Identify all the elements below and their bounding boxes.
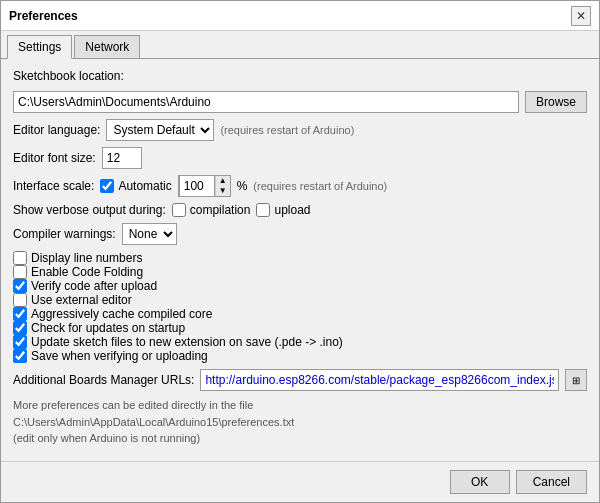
verbose-compilation-checkbox[interactable] (172, 203, 186, 217)
sketchbook-row: Browse (13, 91, 587, 113)
tab-settings[interactable]: Settings (7, 35, 72, 59)
checkbox-verify-upload: Verify code after upload (13, 279, 587, 293)
cb-update-extension[interactable] (13, 335, 27, 349)
checkboxes-section: Display line numbers Enable Code Folding… (13, 251, 587, 363)
verbose-compilation-row: compilation (172, 203, 251, 217)
checkbox-display-line-numbers: Display line numbers (13, 251, 587, 265)
title-bar: Preferences ✕ (1, 1, 599, 31)
verbose-upload-checkbox[interactable] (256, 203, 270, 217)
editor-language-label: Editor language: (13, 123, 100, 137)
info-line1: More preferences can be edited directly … (13, 397, 587, 414)
cb-cache-core[interactable] (13, 307, 27, 321)
editor-language-select[interactable]: System Default (106, 119, 214, 141)
auto-checkbox-row: Automatic (100, 179, 171, 193)
cancel-button[interactable]: Cancel (516, 470, 587, 494)
cb-save-verifying[interactable] (13, 349, 27, 363)
cb-code-folding[interactable] (13, 265, 27, 279)
cb-external-editor-label: Use external editor (31, 293, 132, 307)
sketchbook-input[interactable] (13, 91, 519, 113)
interface-scale-row: Interface scale: Automatic ▲ ▼ % (requir… (13, 175, 587, 197)
footer: OK Cancel (1, 461, 599, 502)
cb-update-extension-label: Update sketch files to new extension on … (31, 335, 343, 349)
ok-button[interactable]: OK (450, 470, 510, 494)
editor-language-row: Editor language: System Default (require… (13, 119, 587, 141)
cb-check-updates[interactable] (13, 321, 27, 335)
scale-unit: % (237, 179, 248, 193)
verbose-upload-row: upload (256, 203, 310, 217)
compiler-warnings-row: Compiler warnings: None (13, 223, 587, 245)
cb-check-updates-label: Check for updates on startup (31, 321, 185, 335)
settings-content: Sketchbook location: Browse Editor langu… (1, 59, 599, 461)
checkbox-update-extension: Update sketch files to new extension on … (13, 335, 587, 349)
boards-url-input[interactable] (200, 369, 559, 391)
scale-input[interactable] (179, 175, 215, 197)
editor-font-label: Editor font size: (13, 151, 96, 165)
boards-url-open-button[interactable]: ⊞ (565, 369, 587, 391)
interface-scale-label: Interface scale: (13, 179, 94, 193)
browse-button[interactable]: Browse (525, 91, 587, 113)
auto-label: Automatic (118, 179, 171, 193)
scale-up-arrow[interactable]: ▲ (216, 176, 230, 186)
close-button[interactable]: ✕ (571, 6, 591, 26)
scale-note: (requires restart of Arduino) (253, 180, 387, 192)
tab-network[interactable]: Network (74, 35, 140, 58)
scale-spinbox: ▲ ▼ (178, 175, 231, 197)
checkbox-save-verifying: Save when verifying or uploading (13, 349, 587, 363)
editor-language-note: (requires restart of Arduino) (220, 124, 354, 136)
cb-code-folding-label: Enable Code Folding (31, 265, 143, 279)
scale-arrows: ▲ ▼ (215, 176, 230, 196)
verbose-upload-label: upload (274, 203, 310, 217)
cb-external-editor[interactable] (13, 293, 27, 307)
cb-display-line-numbers-label: Display line numbers (31, 251, 142, 265)
verbose-label: Show verbose output during: (13, 203, 166, 217)
info-line3: (edit only when Arduino is not running) (13, 430, 587, 447)
editor-font-input[interactable] (102, 147, 142, 169)
cb-verify-upload-label: Verify code after upload (31, 279, 157, 293)
cb-save-verifying-label: Save when verifying or uploading (31, 349, 208, 363)
checkbox-code-folding: Enable Code Folding (13, 265, 587, 279)
compiler-warnings-label: Compiler warnings: (13, 227, 116, 241)
info-section: More preferences can be edited directly … (13, 397, 587, 447)
compiler-warnings-select[interactable]: None (122, 223, 177, 245)
cb-verify-upload[interactable] (13, 279, 27, 293)
cb-display-line-numbers[interactable] (13, 251, 27, 265)
info-line2: C:\Users\Admin\AppData\Local\Arduino15\p… (13, 414, 587, 431)
scale-down-arrow[interactable]: ▼ (216, 186, 230, 196)
verbose-row: Show verbose output during: compilation … (13, 203, 587, 217)
sketchbook-label: Sketchbook location: (13, 69, 587, 83)
checkbox-check-updates: Check for updates on startup (13, 321, 587, 335)
editor-font-row: Editor font size: (13, 147, 587, 169)
tabs-bar: Settings Network (1, 31, 599, 59)
checkbox-external-editor: Use external editor (13, 293, 587, 307)
preferences-dialog: Preferences ✕ Settings Network Sketchboo… (0, 0, 600, 503)
boards-url-label: Additional Boards Manager URLs: (13, 373, 194, 387)
verbose-compilation-label: compilation (190, 203, 251, 217)
dialog-title: Preferences (9, 9, 78, 23)
cb-cache-core-label: Aggressively cache compiled core (31, 307, 212, 321)
checkbox-cache-core: Aggressively cache compiled core (13, 307, 587, 321)
boards-url-row: Additional Boards Manager URLs: ⊞ (13, 369, 587, 391)
auto-checkbox[interactable] (100, 179, 114, 193)
